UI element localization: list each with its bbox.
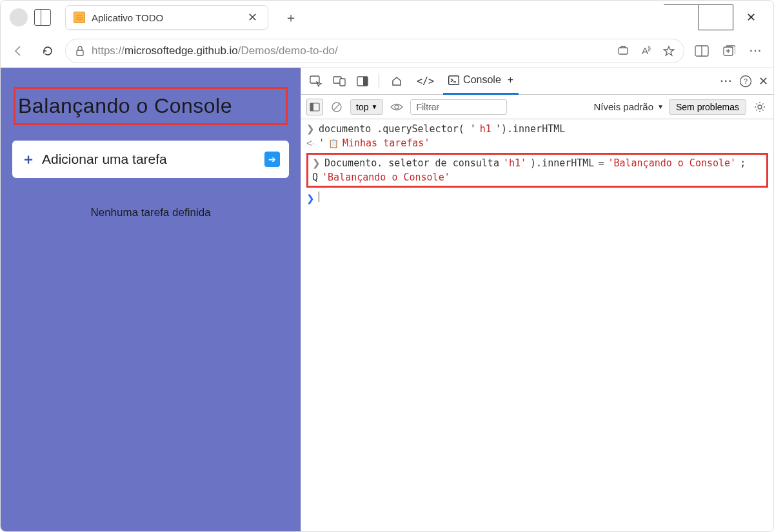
input-chevron-icon: ❯ bbox=[312, 157, 321, 169]
filter-input[interactable]: Filtrar bbox=[410, 99, 507, 115]
toggle-sidebar-icon[interactable] bbox=[306, 99, 323, 115]
devtools-panel: </> Console + ··· ? ✕ to bbox=[301, 68, 773, 531]
favorite-icon[interactable] bbox=[663, 45, 675, 57]
browser-tab[interactable]: Aplicativo TODO ✕ bbox=[65, 5, 268, 30]
plus-icon: ＋ bbox=[21, 150, 35, 169]
back-button[interactable] bbox=[6, 39, 30, 63]
read-aloud-icon[interactable]: A)) bbox=[642, 45, 650, 57]
help-icon[interactable]: ? bbox=[739, 75, 752, 88]
svg-point-21 bbox=[758, 105, 762, 109]
add-task-label: Adicionar uma tarefa bbox=[42, 152, 258, 167]
devtools-close-icon[interactable]: ✕ bbox=[759, 74, 768, 88]
no-tasks-message: Nenhuma tarefa definida bbox=[8, 206, 293, 219]
devtools-tabbar: </> Console + ··· ? ✕ bbox=[301, 68, 773, 95]
device-toolbar-icon[interactable] bbox=[330, 72, 349, 91]
clear-console-icon[interactable] bbox=[328, 99, 345, 115]
console-entry: ❯ documento .querySelector( ' h1 ').inne… bbox=[306, 122, 768, 136]
highlighted-console-entry: ❯ Documento. seletor de consulta 'h1' ).… bbox=[306, 153, 768, 188]
webpage-viewport: Balançando o Console ＋ Adicionar uma tar… bbox=[1, 68, 301, 531]
live-expression-icon[interactable] bbox=[388, 99, 405, 115]
devtools-more-icon[interactable]: ··· bbox=[720, 75, 733, 87]
tab-console[interactable]: Console + bbox=[443, 68, 519, 95]
console-settings-icon[interactable] bbox=[751, 99, 768, 115]
log-levels-dropdown[interactable]: Níveis padrão ▼ bbox=[593, 101, 663, 112]
highlighted-heading-box: Balançando o Console bbox=[14, 87, 288, 125]
console-result: <· ' 📋 Minhas tarefas' bbox=[306, 136, 768, 150]
window-titlebar: Aplicativo TODO ✕ ＋ ✕ bbox=[1, 1, 773, 34]
workspace-icon[interactable] bbox=[34, 9, 51, 26]
clipboard-icon: 📋 bbox=[328, 139, 339, 148]
svg-rect-12 bbox=[449, 75, 459, 84]
input-chevron-icon: ❯ bbox=[306, 193, 315, 204]
submit-arrow-button[interactable]: ➔ bbox=[264, 152, 280, 167]
profile-avatar[interactable] bbox=[10, 8, 28, 26]
svg-line-19 bbox=[334, 104, 340, 110]
new-tab-button[interactable]: ＋ bbox=[279, 5, 303, 30]
output-chevron-icon: <· bbox=[306, 137, 315, 148]
more-menu-icon[interactable]: ··· bbox=[744, 39, 768, 63]
console-result: Q 'Balançando o Console' bbox=[312, 170, 762, 184]
svg-text:?: ? bbox=[744, 77, 748, 85]
tab-close-button[interactable]: ✕ bbox=[245, 10, 260, 25]
address-bar: https://microsoftedge.github.io/Demos/de… bbox=[1, 34, 773, 68]
console-prompt[interactable]: ❯ bbox=[306, 190, 768, 206]
console-tab-label: Console bbox=[463, 74, 501, 86]
add-tab-icon[interactable]: + bbox=[508, 74, 513, 86]
console-output[interactable]: ❯ documento .querySelector( ' h1 ').inne… bbox=[301, 119, 773, 531]
tab-welcome[interactable] bbox=[386, 68, 408, 95]
context-selector[interactable]: top ▼ bbox=[350, 99, 383, 115]
dock-side-icon[interactable] bbox=[353, 72, 372, 91]
page-heading: Balançando o Console bbox=[18, 94, 283, 118]
lock-icon bbox=[75, 45, 85, 57]
svg-rect-17 bbox=[310, 103, 313, 111]
svg-rect-9 bbox=[340, 79, 345, 86]
input-chevron-icon: ❯ bbox=[306, 123, 315, 135]
minimize-button[interactable] bbox=[664, 5, 699, 30]
tab-title: Aplicativo TODO bbox=[92, 12, 245, 23]
close-window-button[interactable]: ✕ bbox=[733, 5, 768, 30]
collections-icon[interactable] bbox=[717, 39, 741, 63]
tab-elements[interactable]: </> bbox=[412, 68, 439, 95]
url-text: https://microsoftedge.github.io/Demos/de… bbox=[92, 44, 338, 57]
svg-rect-0 bbox=[77, 50, 83, 55]
issues-status[interactable]: Sem problemas bbox=[669, 99, 746, 115]
console-entry: ❯ Documento. seletor de consulta 'h1' ).… bbox=[312, 156, 762, 170]
maximize-button[interactable] bbox=[699, 5, 733, 30]
cursor bbox=[319, 192, 319, 202]
url-field[interactable]: https://microsoftedge.github.io/Demos/de… bbox=[65, 39, 684, 63]
console-toolbar: top ▼ Filtrar Níveis padrão ▼ Sem proble… bbox=[301, 95, 773, 119]
svg-rect-11 bbox=[363, 77, 368, 86]
refresh-button[interactable] bbox=[35, 39, 60, 63]
favicon-icon bbox=[74, 12, 85, 23]
shopping-icon[interactable] bbox=[617, 45, 629, 57]
split-screen-icon[interactable] bbox=[690, 39, 714, 63]
svg-point-20 bbox=[395, 105, 399, 109]
inspect-element-icon[interactable] bbox=[306, 72, 326, 91]
add-task-card[interactable]: ＋ Adicionar uma tarefa ➔ bbox=[12, 141, 289, 178]
svg-rect-1 bbox=[619, 48, 628, 54]
